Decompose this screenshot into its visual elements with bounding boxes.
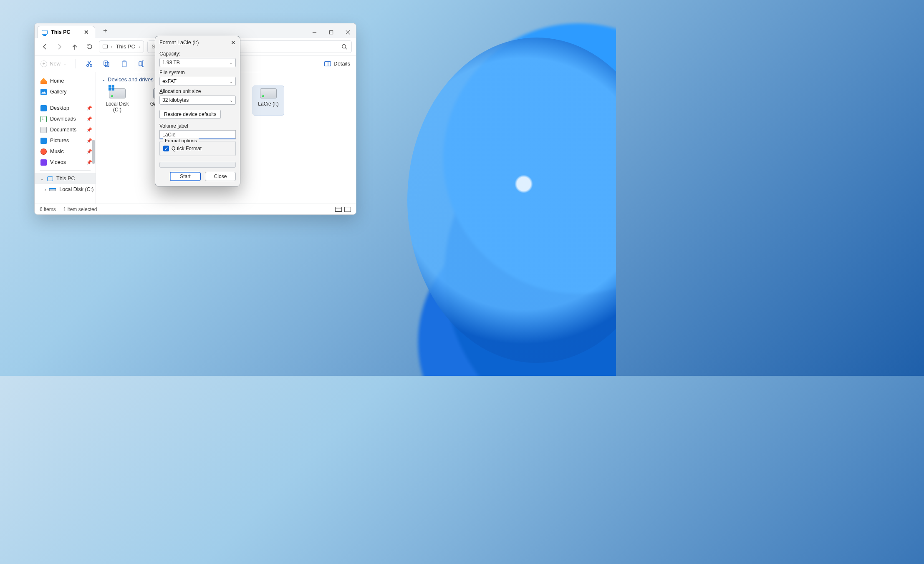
chevron-down-icon: ⌄ [40, 176, 44, 181]
group-header-label: Devices and drives [108, 76, 154, 83]
details-label: Details [333, 60, 350, 67]
chevron-down-icon: ⌄ [230, 60, 233, 65]
up-button[interactable] [69, 41, 81, 53]
drive-label: (C:) [103, 107, 132, 113]
forward-button[interactable] [54, 41, 66, 53]
new-button[interactable]: + New ⌄ [40, 60, 66, 67]
drive-label: LaCie (I:) [254, 101, 283, 107]
view-list-button[interactable] [335, 207, 342, 212]
allocation-select[interactable]: 32 kilobytes ⌄ [159, 96, 236, 105]
svg-rect-12 [104, 61, 108, 65]
nav-pictures[interactable]: Pictures📌 [35, 135, 96, 146]
drive-icon [109, 88, 126, 98]
checkbox-checked-icon: ✓ [163, 146, 169, 151]
filesystem-select[interactable]: exFAT ⌄ [159, 77, 236, 86]
volume-label-value: LaCie [162, 132, 175, 138]
divider [40, 170, 91, 171]
svg-line-6 [346, 48, 347, 49]
windows-badge-icon [109, 85, 114, 91]
nav-documents[interactable]: Documents📌 [35, 124, 96, 135]
nav-gallery[interactable]: Gallery [35, 86, 96, 97]
capacity-select[interactable]: 1.98 TB ⌄ [159, 58, 236, 67]
allocation-label: Allocation unit size [159, 88, 236, 94]
documents-icon [40, 127, 47, 133]
drive-lacie-i[interactable]: LaCie (I:) [253, 86, 284, 115]
back-button[interactable] [39, 41, 50, 53]
search-icon [341, 44, 347, 50]
dialog-actions: Start Close [155, 172, 240, 181]
filesystem-value: exFAT [162, 78, 177, 84]
new-tab-button[interactable]: ＋ [99, 26, 111, 35]
scrollbar-thumb[interactable] [92, 140, 95, 164]
rename-button[interactable] [138, 60, 146, 68]
dialog-titlebar: Format LaCie (I:) ✕ [155, 36, 240, 48]
chevron-down-icon: ⌄ [230, 79, 233, 84]
this-pc-icon [42, 30, 48, 35]
svg-rect-1 [329, 30, 333, 34]
format-options-group: Format options ✓ Quick Format [159, 141, 236, 156]
allocation-value: 32 kilobytes [162, 97, 189, 103]
nav-gallery-label: Gallery [50, 89, 67, 95]
status-bar: 6 items 1 item selected [35, 204, 356, 214]
pin-icon: 📌 [86, 116, 92, 122]
svg-point-7 [87, 64, 89, 66]
copy-button[interactable] [103, 60, 111, 68]
nav-downloads[interactable]: Downloads📌 [35, 113, 96, 124]
navigation-pane: Home Gallery Desktop📌 Downloads📌 Documen… [35, 72, 96, 204]
nav-videos[interactable]: Videos📌 [35, 157, 96, 168]
close-button[interactable]: Close [205, 172, 236, 181]
breadcrumb[interactable]: › This PC › [99, 40, 144, 53]
close-tab-icon[interactable]: ✕ [84, 29, 89, 35]
pin-icon: 📌 [86, 149, 92, 154]
videos-icon [40, 159, 47, 166]
close-window-button[interactable] [339, 26, 356, 38]
svg-rect-11 [105, 62, 109, 67]
monitor-icon [103, 45, 108, 48]
nav-desktop-label: Desktop [50, 105, 69, 111]
volume-label-label: Volume label [159, 123, 236, 129]
nav-this-pc[interactable]: ⌄This PC [35, 173, 96, 184]
details-icon [324, 61, 331, 66]
drive-icon [49, 188, 56, 191]
details-pane-toggle[interactable]: Details [324, 60, 350, 67]
nav-local-disk[interactable]: ›Local Disk (C:) [35, 184, 96, 195]
chevron-right-icon: › [111, 44, 113, 49]
svg-point-8 [90, 64, 92, 66]
divider [76, 59, 76, 68]
svg-rect-20 [325, 61, 331, 66]
drive-local-disk-c[interactable]: Local Disk (C:) [102, 86, 133, 115]
cut-button[interactable] [85, 60, 93, 68]
start-button[interactable]: Start [170, 172, 201, 181]
quick-format-label: Quick Format [172, 146, 202, 151]
text-caret [176, 132, 176, 138]
nav-desktop[interactable]: Desktop📌 [35, 103, 96, 113]
nav-videos-label: Videos [50, 159, 66, 165]
nav-music-label: Music [50, 149, 64, 154]
tab-this-pc[interactable]: This PC ✕ [37, 26, 95, 38]
pin-icon: 📌 [86, 138, 92, 144]
view-large-button[interactable] [344, 207, 351, 212]
pin-icon: 📌 [86, 160, 92, 165]
this-pc-icon [47, 176, 53, 181]
restore-defaults-button[interactable]: Restore device defaults [159, 110, 221, 119]
chevron-right-icon: › [139, 44, 140, 49]
nav-downloads-label: Downloads [50, 116, 76, 122]
svg-point-5 [342, 44, 346, 48]
format-options-legend: Format options [163, 138, 199, 143]
plus-circle-icon: + [40, 60, 47, 67]
quick-format-checkbox[interactable]: ✓ Quick Format [163, 146, 232, 151]
format-dialog: Format LaCie (I:) ✕ Capacity: 1.98 TB ⌄ … [155, 36, 240, 186]
desktop-icon [40, 105, 47, 111]
close-dialog-button[interactable]: ✕ [231, 39, 236, 46]
nav-pictures-label: Pictures [50, 138, 69, 144]
paste-button[interactable] [120, 60, 129, 68]
minimize-button[interactable] [306, 26, 323, 38]
maximize-button[interactable] [323, 26, 339, 38]
refresh-button[interactable] [84, 41, 96, 53]
nav-music[interactable]: Music📌 [35, 146, 96, 157]
nav-this-pc-label: This PC [56, 176, 75, 181]
chevron-down-icon: ⌄ [230, 98, 233, 103]
nav-home[interactable]: Home [35, 76, 96, 86]
breadcrumb-root[interactable]: This PC [116, 43, 135, 50]
drive-icon [260, 88, 277, 98]
